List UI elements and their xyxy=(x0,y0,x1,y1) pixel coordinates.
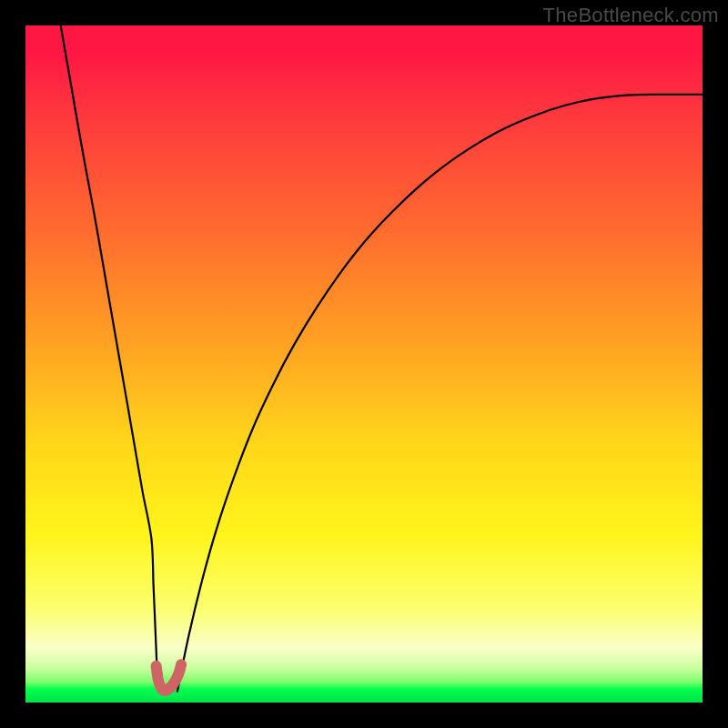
chart-frame: TheBottleneck.com xyxy=(0,0,728,728)
watermark-text: TheBottleneck.com xyxy=(543,4,719,27)
curve-layer xyxy=(25,25,703,703)
curve-right-branch xyxy=(177,95,703,693)
valley-marker xyxy=(157,664,182,691)
curve-left-branch xyxy=(61,25,160,693)
